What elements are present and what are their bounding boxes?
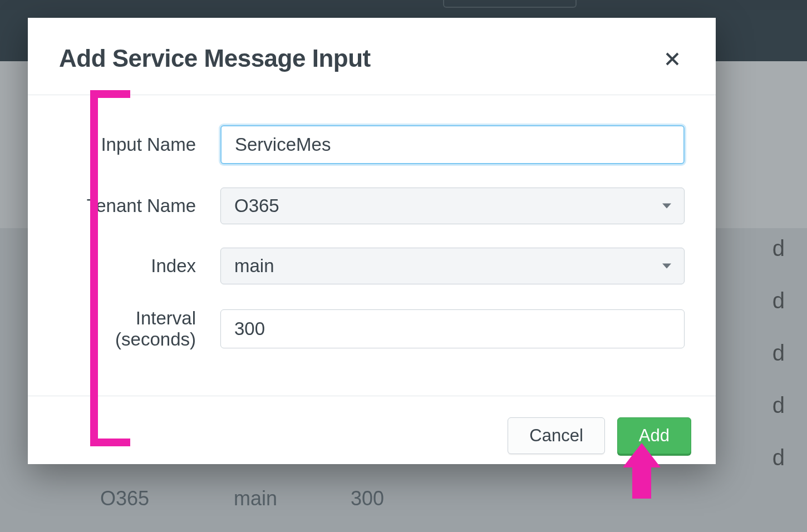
close-button[interactable]: [660, 48, 685, 72]
label-tenant-name: Tenant Name: [59, 195, 220, 216]
modal-header: Add Service Message Input: [28, 18, 716, 95]
row-tenant-name: Tenant Name O365: [59, 188, 685, 224]
row-input-name: Input Name: [59, 125, 685, 164]
tenant-name-select[interactable]: O365: [220, 188, 685, 224]
modal-title: Add Service Message Input: [59, 45, 371, 72]
add-button[interactable]: Add: [617, 417, 691, 454]
cancel-button[interactable]: Cancel: [508, 417, 605, 454]
add-service-message-input-modal: Add Service Message Input Input Name Ten…: [28, 18, 716, 464]
modal-body: Input Name Tenant Name O365 Index main: [28, 95, 716, 396]
input-name-field[interactable]: [220, 125, 685, 164]
index-select[interactable]: main: [220, 248, 685, 284]
index-selected: main: [234, 255, 274, 277]
modal-footer: Cancel Add: [28, 396, 716, 476]
label-input-name: Input Name: [59, 134, 220, 155]
label-interval: Interval (seconds): [59, 308, 220, 350]
row-interval: Interval (seconds): [59, 308, 685, 350]
tenant-name-selected: O365: [234, 195, 279, 216]
label-index: Index: [59, 255, 220, 277]
interval-field[interactable]: [220, 309, 685, 348]
close-icon: [664, 51, 681, 70]
row-index: Index main: [59, 248, 685, 284]
